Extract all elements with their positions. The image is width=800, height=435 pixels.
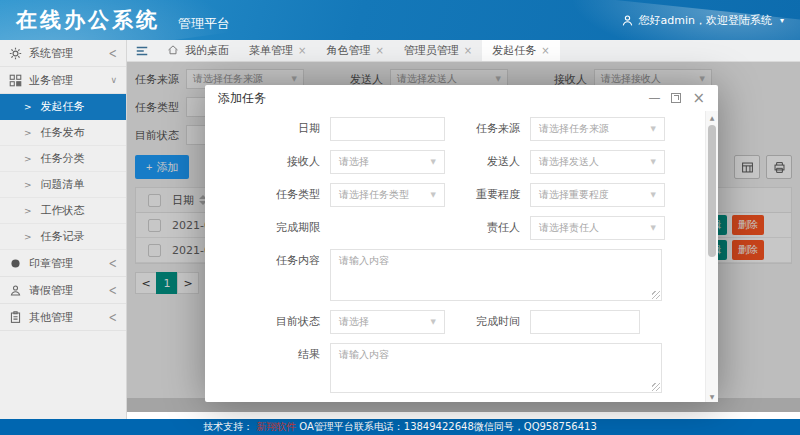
sidebar-subitem-label: 任务发布: [41, 125, 85, 140]
result-textarea-wrap: [330, 343, 662, 393]
app-window: 在线办公系统 管理平台 您好admin，欢迎登陆系统 ▾ 系统管理 <: [0, 0, 800, 435]
content-textarea-wrap: [330, 249, 662, 301]
caret-down-icon: ▼: [651, 191, 656, 199]
content-bottom-gap: [127, 412, 800, 419]
source-select[interactable]: 请选择任务来源 ▼: [530, 117, 665, 141]
app-subtitle: 管理平台: [178, 15, 230, 33]
caret-down-icon: ▼: [431, 158, 436, 166]
sender-select[interactable]: 请选择发送人 ▼: [530, 150, 665, 174]
tab-label: 菜单管理: [249, 43, 293, 58]
scrollbar-thumb[interactable]: [708, 125, 716, 257]
dialog-scrollbar[interactable]: ▲ ▼: [705, 111, 718, 402]
user-menu[interactable]: 您好admin，欢迎登陆系统 ▾: [621, 13, 784, 28]
tab-label: 发起任务: [492, 43, 536, 58]
deadline-field[interactable]: [330, 216, 445, 240]
close-icon[interactable]: ×: [541, 45, 549, 56]
receiver-field-label: 接收人: [205, 150, 330, 174]
importance-select[interactable]: 请选择重要程度 ▼: [530, 183, 665, 207]
chevron-right-icon: >: [24, 206, 32, 216]
responsible-field-label: 责任人: [445, 216, 530, 240]
sidebar-item-business-mgmt[interactable]: 业务管理 ∨: [0, 67, 126, 94]
vendor-name: 新翔软件: [256, 420, 296, 434]
user-caret-icon: ▾: [780, 16, 784, 25]
collapse-chevron-icon: <: [109, 255, 117, 270]
tab-bar: 我的桌面 菜单管理 × 角色管理 × 管理员管理 × 发起任务 ×: [127, 40, 800, 62]
user-greeting: 您好admin，欢迎登陆系统: [639, 13, 772, 28]
content-textarea[interactable]: [330, 249, 662, 301]
result-textarea[interactable]: [330, 343, 662, 393]
tab-label: 我的桌面: [185, 43, 229, 58]
footer-contact: OA管理平台联系电话：13849422648微信同号，QQ958756413: [299, 420, 597, 434]
finish-time-input[interactable]: [530, 310, 640, 334]
status-select[interactable]: 请选择 ▼: [330, 310, 445, 334]
chevron-right-icon: >: [24, 232, 32, 242]
date-input[interactable]: [330, 117, 445, 141]
caret-down-icon: ▼: [651, 224, 656, 232]
sidebar-subitem-label: 问题清单: [41, 177, 85, 192]
result-field-label: 结果: [205, 343, 330, 367]
caret-down-icon: ▼: [651, 158, 656, 166]
caret-down-icon: ▼: [651, 125, 656, 133]
maximize-icon[interactable]: [671, 93, 681, 103]
chevron-right-icon: >: [24, 180, 32, 190]
close-icon[interactable]: ×: [464, 45, 472, 56]
app-title: 在线办公系统: [16, 6, 160, 34]
finish-time-field-label: 完成时间: [445, 310, 530, 334]
collapse-chevron-icon: <: [109, 309, 117, 324]
sidebar-subitem-issue-list[interactable]: > 问题清单: [0, 172, 126, 198]
gear-icon: [9, 47, 22, 60]
dialog-title: 添加任务: [218, 90, 266, 107]
tab-menu-mgmt[interactable]: 菜单管理 ×: [239, 40, 316, 61]
chevron-right-icon: >: [24, 128, 32, 138]
sidebar-subitem-label: 任务记录: [41, 229, 85, 244]
footer-bar: 技术支持： 新翔软件 OA管理平台联系电话：13849422648微信同号，QQ…: [0, 419, 800, 435]
scroll-up-icon[interactable]: ▲: [706, 111, 718, 123]
source-field-label: 任务来源: [445, 117, 530, 141]
sidebar-item-label: 其他管理: [29, 310, 73, 325]
tab-label: 管理员管理: [404, 43, 459, 58]
minimize-icon[interactable]: —: [648, 92, 660, 104]
tab-admin-mgmt[interactable]: 管理员管理 ×: [394, 40, 482, 61]
sidebar-item-other-mgmt[interactable]: 其他管理 <: [0, 304, 126, 331]
caret-down-icon: ▼: [431, 191, 436, 199]
responsible-select[interactable]: 请选择责任人 ▼: [530, 216, 665, 240]
status-field-label: 目前状态: [205, 310, 330, 334]
user-icon: [621, 14, 634, 27]
tab-my-desktop[interactable]: 我的桌面: [157, 40, 239, 61]
caret-down-icon: ▼: [431, 318, 436, 326]
add-task-dialog: 添加任务 — × 日期 任务来源 请选择任务来源 ▼ 接收人: [205, 85, 718, 402]
close-icon[interactable]: ×: [375, 45, 383, 56]
collapse-chevron-icon: <: [109, 45, 117, 60]
sidebar-subitem-task-record[interactable]: > 任务记录: [0, 224, 126, 250]
chevron-right-icon: >: [24, 102, 32, 112]
expand-chevron-icon: ∨: [110, 75, 117, 85]
tab-list-toggle[interactable]: [127, 40, 157, 61]
sidebar-item-system-mgmt[interactable]: 系统管理 <: [0, 40, 126, 67]
top-header: 在线办公系统 管理平台 您好admin，欢迎登陆系统 ▾: [0, 0, 800, 40]
scroll-down-icon[interactable]: ▼: [706, 390, 718, 402]
sidebar-item-leave-mgmt[interactable]: 请假管理 <: [0, 277, 126, 304]
receiver-select[interactable]: 请选择 ▼: [330, 150, 445, 174]
type-select[interactable]: 请选择任务类型 ▼: [330, 183, 445, 207]
close-icon[interactable]: ×: [298, 45, 306, 56]
sidebar-subitem-label: 工作状态: [41, 203, 85, 218]
modules-icon: [9, 74, 22, 87]
tab-role-mgmt[interactable]: 角色管理 ×: [316, 40, 393, 61]
sidebar-subitem-start-task[interactable]: > 发起任务: [0, 94, 126, 120]
sidebar-subitem-work-status[interactable]: > 工作状态: [0, 198, 126, 224]
sidebar-subitem-task-publish[interactable]: > 任务发布: [0, 120, 126, 146]
sender-field-label: 发送人: [445, 150, 530, 174]
tab-start-task[interactable]: 发起任务 ×: [482, 40, 559, 61]
sidebar-subitem-task-category[interactable]: > 任务分类: [0, 146, 126, 172]
chevron-right-icon: >: [24, 154, 32, 164]
tab-label: 角色管理: [326, 43, 370, 58]
sidebar: 系统管理 < 业务管理 ∨ > 发起任务 > 任务发布 > 任务分类 >: [0, 40, 127, 419]
dialog-controls: — ×: [648, 91, 705, 106]
close-icon[interactable]: ×: [692, 91, 705, 106]
sidebar-item-seal-mgmt[interactable]: 印章管理 <: [0, 250, 126, 277]
type-field-label: 任务类型: [205, 183, 330, 207]
date-field-label: 日期: [205, 117, 330, 141]
seal-icon: [9, 257, 22, 270]
person-icon: [9, 284, 22, 297]
sidebar-subitem-label: 任务分类: [41, 151, 85, 166]
